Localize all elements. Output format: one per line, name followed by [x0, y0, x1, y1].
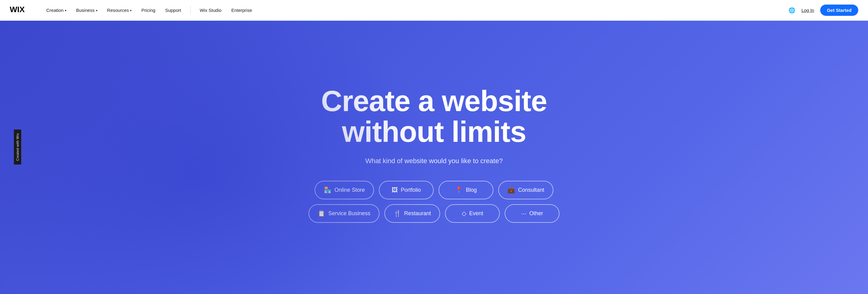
service-business-icon: 📋 — [318, 210, 325, 217]
nav-link-creation[interactable]: Creation ▾ — [42, 5, 71, 15]
chevron-down-icon: ▾ — [96, 9, 97, 12]
type-btn-service-business[interactable]: 📋 Service Business — [309, 204, 379, 223]
consultant-icon: 💼 — [507, 187, 515, 193]
svg-text:WIX: WIX — [10, 6, 25, 13]
portfolio-icon: 🖼 — [392, 187, 398, 193]
hero-section: Create a website without limits What kin… — [0, 21, 868, 294]
online-store-icon: 🏪 — [324, 187, 331, 193]
nav-primary-links: Creation ▾ Business ▾ Resources ▾ Pricin… — [42, 5, 788, 15]
type-btn-other[interactable]: ··· Other — [505, 204, 559, 223]
website-types-row-1: 🏪 Online Store 🖼 Portfolio 📍 Blog 💼 Cons… — [315, 181, 553, 199]
created-with-wix-label: Created with Wix — [14, 129, 21, 164]
type-btn-consultant[interactable]: 💼 Consultant — [498, 181, 553, 199]
navigation: WIX Creation ▾ Business ▾ Resources ▾ Pr… — [0, 0, 868, 21]
hero-subtitle: What kind of website would you like to c… — [365, 157, 502, 165]
chevron-down-icon: ▾ — [65, 9, 66, 12]
website-types-row-2: 📋 Service Business 🍴 Restaurant ◇ Event … — [309, 204, 559, 223]
nav-right-actions: 🌐 Log In Get Started — [788, 5, 858, 16]
nav-link-support[interactable]: Support — [161, 5, 185, 15]
type-btn-portfolio[interactable]: 🖼 Portfolio — [379, 181, 434, 199]
nav-link-wix-studio[interactable]: Wix Studio — [195, 5, 226, 15]
blog-icon: 📍 — [455, 187, 463, 193]
other-icon: ··· — [521, 210, 526, 217]
chevron-down-icon: ▾ — [130, 9, 131, 12]
type-btn-restaurant[interactable]: 🍴 Restaurant — [384, 204, 440, 223]
login-link[interactable]: Log In — [801, 8, 814, 13]
wix-logo[interactable]: WIX — [10, 6, 27, 14]
restaurant-icon: 🍴 — [394, 210, 401, 217]
hero-title: Create a website without limits — [321, 86, 547, 147]
event-icon: ◇ — [462, 210, 466, 217]
type-btn-event[interactable]: ◇ Event — [445, 204, 500, 223]
nav-link-business[interactable]: Business ▾ — [72, 5, 102, 15]
nav-link-enterprise[interactable]: Enterprise — [227, 5, 256, 15]
website-type-selector: 🏪 Online Store 🖼 Portfolio 📍 Blog 💼 Cons… — [309, 181, 559, 223]
globe-icon[interactable]: 🌐 — [788, 7, 795, 14]
type-btn-online-store[interactable]: 🏪 Online Store — [315, 181, 374, 199]
type-btn-blog[interactable]: 📍 Blog — [439, 181, 493, 199]
get-started-button[interactable]: Get Started — [820, 5, 858, 16]
nav-link-resources[interactable]: Resources ▾ — [103, 5, 136, 15]
nav-link-pricing[interactable]: Pricing — [137, 5, 160, 15]
nav-divider — [190, 6, 191, 14]
